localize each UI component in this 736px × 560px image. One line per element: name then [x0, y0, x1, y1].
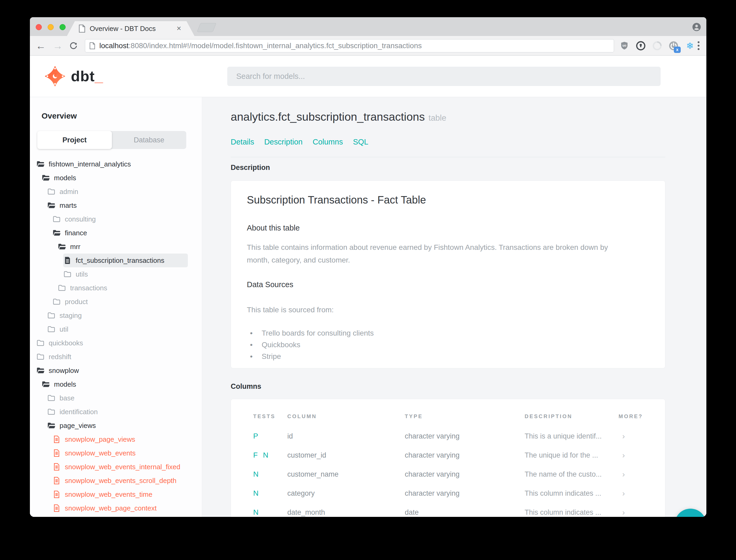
url-bar[interactable]: localhost:8080/index.html#!/model/model.… — [85, 39, 614, 52]
lineage-graph-icon — [682, 516, 699, 517]
tree-item-label: util — [60, 325, 68, 333]
tree-item-label: page_views — [60, 422, 96, 430]
columns-card: TESTS COLUMN TYPE DESCRIPTION MORE? P id — [231, 399, 665, 517]
header-column: COLUMN — [287, 413, 405, 419]
tree-item[interactable]: snowplow_web_events_time — [52, 487, 188, 501]
tree-item[interactable]: staging — [47, 309, 188, 322]
tree-item[interactable]: quickbooks — [36, 336, 188, 350]
window-close-button[interactable] — [36, 24, 42, 30]
tree-item[interactable]: fishtown_internal_analytics — [36, 157, 188, 171]
reload-icon[interactable] — [69, 41, 78, 50]
tree-item[interactable]: snowplow_page_views — [52, 432, 188, 446]
model-nav-link[interactable]: Description — [264, 138, 303, 146]
tree-item[interactable]: product — [52, 295, 188, 309]
sources-list: • Trello boards for consulting clients •… — [247, 327, 649, 362]
tree-item[interactable]: snowplow — [36, 364, 188, 377]
tree-item[interactable]: models — [42, 171, 188, 185]
folder-closed-icon — [47, 187, 56, 196]
tree-item[interactable]: snowplow_web_events — [52, 446, 188, 460]
file-icon-red — [52, 449, 61, 457]
new-tab-button[interactable] — [197, 23, 217, 32]
model-nav-link[interactable]: SQL — [353, 138, 368, 146]
window-minimize-button[interactable] — [48, 24, 54, 30]
tree-item-label: snowplow_web_events_internal_fixed — [65, 463, 181, 471]
extension-badge: x — [674, 47, 681, 53]
model-nav-link[interactable]: Details — [231, 138, 254, 146]
tree-item[interactable]: page_views — [47, 419, 188, 432]
ublock-shield-icon[interactable]: uo — [619, 41, 629, 51]
tree-item[interactable]: marts — [47, 198, 188, 212]
expand-chevron-icon[interactable]: › — [618, 470, 654, 479]
browser-tab[interactable]: Overview - DBT Docs × — [67, 21, 195, 36]
tree-item[interactable]: identification — [47, 405, 188, 419]
folder-closed-icon — [52, 297, 61, 306]
tree-item[interactable]: models — [42, 377, 188, 391]
tree-item[interactable]: redshift — [36, 350, 188, 364]
tree-item-label: finance — [65, 229, 87, 237]
folder-closed-icon — [47, 325, 56, 333]
tab-database[interactable]: Database — [112, 131, 187, 149]
back-icon[interactable]: ← — [36, 41, 46, 51]
folder-closed-icon — [63, 270, 72, 278]
column-row[interactable]: N category character varying This column… — [253, 484, 654, 503]
power-extension-icon[interactable]: x — [669, 41, 679, 51]
tree-item-label: base — [60, 394, 74, 402]
file-icon-red — [52, 476, 61, 485]
tree-item[interactable]: fct_subscription_transactions — [63, 254, 188, 267]
header-type: TYPE — [405, 413, 525, 419]
folder-closed-icon — [47, 408, 56, 416]
tree-item-label: transactions — [70, 284, 107, 292]
columns-section-label: Columns — [231, 381, 706, 391]
tree-item[interactable]: transactions — [58, 281, 188, 295]
snowflake-extension-icon[interactable]: ❄ — [685, 41, 695, 51]
column-type: character varying — [405, 470, 525, 478]
tab-project[interactable]: Project — [37, 131, 112, 149]
column-row[interactable]: N customer_name character varying The na… — [253, 465, 654, 484]
profile-avatar-icon[interactable] — [692, 22, 701, 31]
site-header: dbt_ — [30, 56, 706, 97]
expand-chevron-icon[interactable]: › — [618, 508, 654, 517]
folder-open-icon — [36, 366, 45, 375]
expand-chevron-icon[interactable]: › — [618, 489, 654, 498]
expand-chevron-icon[interactable]: › — [618, 451, 654, 460]
folder-open-icon — [47, 421, 56, 430]
url-path: :8080/index.html#!/model/model.fishtown_… — [129, 42, 422, 50]
column-row[interactable]: F N customer_id character varying The un… — [253, 446, 654, 465]
doc-title: Subscription Transactions - Fact Table — [247, 194, 649, 206]
tree-item[interactable]: snowplow_web_events_internal_fixed — [52, 460, 188, 474]
tree-item[interactable]: consulting — [52, 212, 188, 226]
column-tests: N — [253, 489, 287, 498]
model-nav-link[interactable]: Columns — [313, 138, 343, 146]
window-zoom-button[interactable] — [60, 24, 66, 30]
browser-menu-icon[interactable] — [698, 41, 699, 50]
tree-item[interactable]: utils — [63, 267, 188, 281]
column-row[interactable]: N date_month date This column indicates … — [253, 503, 654, 517]
bullet-icon: • — [247, 339, 262, 351]
tree-item[interactable]: base — [47, 391, 188, 405]
extension-icons: uo x — [619, 41, 695, 51]
column-name: customer_id — [287, 451, 405, 459]
forward-icon: → — [53, 41, 63, 51]
tab-close-icon[interactable]: × — [177, 24, 181, 33]
dbt-logo[interactable]: dbt_ — [45, 66, 103, 86]
disabled-extension-icon[interactable] — [652, 41, 662, 51]
dbt-logo-underscore: _ — [95, 66, 103, 86]
column-row[interactable]: P id character varying This is a unique … — [253, 427, 654, 446]
expand-chevron-icon[interactable]: › — [618, 432, 654, 441]
tree-item[interactable]: mrr — [58, 240, 188, 254]
search-input[interactable] — [227, 67, 661, 86]
file-icon-red — [52, 463, 61, 471]
tree-item[interactable]: admin — [47, 185, 188, 198]
project-database-toggle: Project Database — [37, 131, 186, 149]
tree-item[interactable]: snowplow_web_events_scroll_depth — [52, 474, 188, 487]
tree-item[interactable]: snowplow_web_page_context — [52, 501, 188, 515]
model-name: analytics.fct_subscription_transactions — [231, 110, 425, 123]
tree-item-label: snowplow_page_views — [65, 435, 135, 444]
onepassword-icon[interactable] — [636, 41, 646, 51]
main-content: analytics.fct_subscription_transactionst… — [202, 97, 706, 517]
dbt-docs-page: dbt_ Overview Project Database — [30, 56, 706, 517]
tree-item[interactable]: finance — [52, 226, 188, 240]
file-tree: fishtown_internal_analytics — [30, 157, 202, 515]
tree-item[interactable]: util — [47, 322, 188, 336]
folder-closed-icon — [36, 339, 45, 347]
